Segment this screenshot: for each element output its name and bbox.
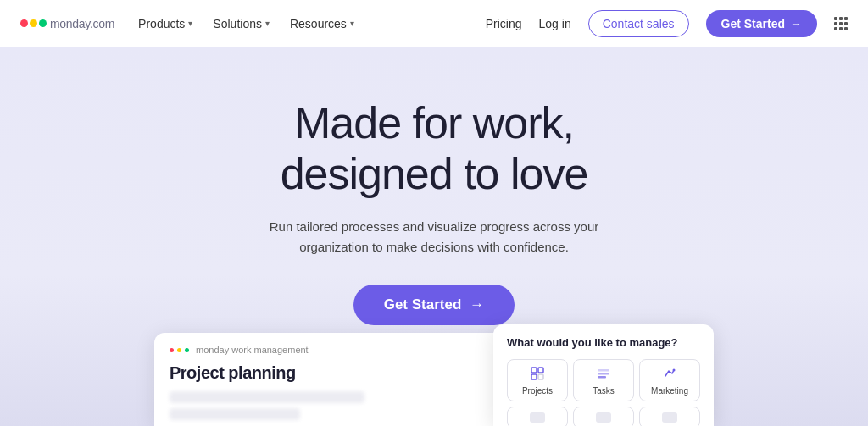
manage-item-projects[interactable]: Projects	[507, 359, 568, 401]
preview-logo-small	[170, 348, 189, 352]
logo-dot-yellow	[30, 19, 37, 27]
preview-app-label: monday work management	[196, 345, 309, 355]
svg-rect-5	[598, 373, 609, 375]
hero-subtitle: Run tailored processes and visualize pro…	[264, 217, 604, 257]
preview-blurred-bar-2	[170, 408, 300, 420]
logo[interactable]: monday.com	[20, 15, 114, 32]
logo-suffix: .com	[90, 17, 114, 30]
navbar: monday.com Products ▾ Solutions ▾ Resour…	[0, 0, 868, 47]
svg-point-7	[673, 369, 676, 372]
preview-project-title: Project planning	[170, 363, 495, 383]
extra-icon-1	[530, 412, 545, 423]
arrow-right-icon: →	[790, 17, 802, 30]
hero-title: Made for work, designed to love	[281, 98, 588, 200]
projects-icon	[531, 367, 544, 383]
nav-link-resources[interactable]: Resources ▾	[290, 17, 354, 30]
navbar-left: monday.com Products ▾ Solutions ▾ Resour…	[20, 15, 486, 32]
preview-card-left: monday work management Project planning	[154, 333, 510, 426]
manage-title: What would you like to manage?	[507, 336, 700, 349]
svg-rect-4	[598, 369, 609, 372]
manage-item-extra-1[interactable]	[507, 407, 568, 426]
logo-dot-green	[39, 19, 47, 27]
preview-left-header: monday work management	[170, 345, 495, 355]
extra-icon-2	[596, 412, 611, 423]
extra-icon-3	[662, 412, 677, 423]
apps-grid-icon[interactable]	[834, 17, 848, 30]
preview-card-right: What would you like to manage? Projects	[493, 324, 714, 426]
svg-rect-0	[531, 368, 537, 373]
logo-text: monday.com	[50, 15, 114, 32]
svg-rect-2	[531, 374, 537, 379]
manage-item-extra-2[interactable]	[573, 407, 634, 426]
nav-link-solutions[interactable]: Solutions ▾	[213, 17, 270, 30]
chevron-down-icon: ▾	[265, 19, 270, 28]
chevron-down-icon: ▾	[350, 19, 354, 28]
svg-rect-6	[598, 376, 606, 379]
arrow-right-icon: →	[470, 296, 484, 313]
navbar-right: Pricing Log in Contact sales Get Started…	[486, 10, 848, 37]
svg-rect-1	[538, 368, 543, 373]
nav-links: Products ▾ Solutions ▾ Resources ▾	[138, 17, 354, 30]
manage-item-extra-3[interactable]	[639, 407, 700, 426]
manage-items-row1: Projects Tasks	[507, 359, 700, 401]
svg-rect-3	[538, 374, 543, 379]
hero-preview-area: monday work management Project planning …	[0, 316, 868, 426]
contact-sales-button[interactable]: Contact sales	[588, 10, 689, 37]
get-started-nav-button[interactable]: Get Started →	[706, 10, 817, 37]
manage-item-tasks[interactable]: Tasks	[573, 359, 634, 401]
hero-section: Made for work, designed to love Run tail…	[0, 47, 868, 426]
nav-login-link[interactable]: Log in	[539, 17, 571, 30]
marketing-icon	[663, 367, 676, 383]
preview-blurred-bar-1	[170, 391, 364, 403]
manage-items-row2	[507, 407, 700, 426]
logo-name: monday	[50, 17, 90, 30]
tasks-icon	[597, 367, 610, 383]
nav-pricing-link[interactable]: Pricing	[486, 17, 522, 30]
manage-item-marketing[interactable]: Marketing	[639, 359, 700, 401]
logo-icon	[20, 19, 47, 27]
nav-link-products[interactable]: Products ▾	[138, 17, 192, 30]
chevron-down-icon: ▾	[188, 19, 192, 28]
logo-dot-red	[20, 19, 28, 27]
